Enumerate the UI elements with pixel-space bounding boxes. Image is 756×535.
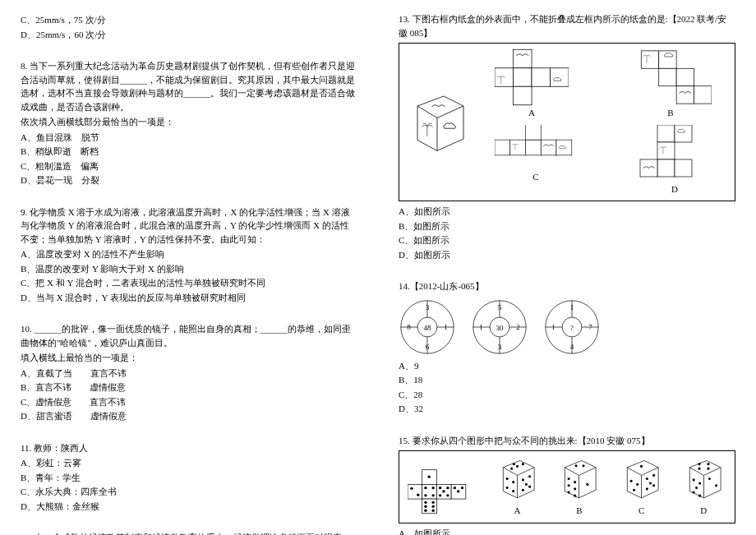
q14-opt-b: B、18 [399, 373, 735, 387]
q7-remainder: C、25mm/s，75 次/分 D、25mm/s，60 次/分 [21, 13, 357, 41]
svg-point-67 [425, 486, 427, 488]
svg-rect-60 [422, 484, 437, 499]
svg-rect-9 [659, 68, 676, 85]
svg-rect-59 [408, 484, 422, 499]
svg-point-109 [574, 495, 577, 497]
q11-opt-a: A、彩虹：云雾 [21, 456, 357, 470]
svg-point-68 [432, 486, 435, 488]
svg-text:5: 5 [498, 303, 502, 311]
q9: 9. 化学物质 X 溶于水成为溶液，此溶液温度升高时，X 的化学活性增强；当 X… [21, 205, 357, 305]
svg-point-69 [425, 494, 427, 496]
svg-point-66 [417, 493, 419, 496]
svg-rect-4 [532, 68, 551, 87]
svg-point-118 [652, 474, 655, 477]
q15-stem: 15. 要求你从四个图形中把与众不同的挑出来:【2010 安徽 075】 [399, 434, 735, 448]
svg-text:48: 48 [423, 323, 431, 331]
svg-text:1: 1 [551, 322, 555, 330]
q11-opt-c: C、永乐大典：四库全书 [21, 485, 357, 499]
q10-stem: 10. ______的批评，像一面优质的镜子，能照出自身的真相；______的恭… [21, 322, 357, 349]
page: C、25mm/s，75 次/分 D、25mm/s，60 次/分 8. 当下一系列… [21, 12, 735, 535]
q15-label-c: C [638, 504, 644, 518]
svg-rect-21 [657, 142, 675, 159]
svg-point-116 [633, 489, 635, 491]
svg-point-117 [646, 477, 648, 480]
svg-rect-14 [510, 140, 526, 155]
svg-point-128 [692, 478, 694, 481]
svg-point-125 [707, 463, 709, 465]
svg-point-129 [698, 482, 701, 484]
q11-opt-b: B、青年：学生 [21, 471, 357, 485]
q11-opt-d: D、大熊猫：金丝猴 [21, 500, 357, 514]
q8-opt-c: C、粗制滥造 偏离 [21, 159, 357, 173]
q13-label-d: D [638, 182, 712, 196]
q15-figure-box: A B [399, 450, 735, 523]
q15-label-a: A [514, 504, 520, 518]
svg-rect-19 [657, 125, 675, 142]
svg-point-64 [428, 475, 431, 477]
svg-text:4: 4 [570, 342, 574, 350]
q10-opt-a: A、直截了当 直言不讳 [21, 367, 357, 380]
cube-d-icon [681, 456, 726, 501]
svg-point-87 [516, 465, 519, 468]
q10-opt-c: C、虚情假意 直言不讳 [21, 395, 357, 409]
circle2-icon: 5 2 3 1 30 [471, 298, 528, 356]
q8-prompt: 依次填入画横线部分最恰当的一项是： [21, 115, 357, 129]
svg-point-93 [506, 487, 509, 489]
svg-point-96 [528, 475, 531, 477]
svg-point-106 [568, 484, 570, 487]
svg-point-95 [522, 478, 524, 481]
svg-point-110 [587, 483, 589, 486]
svg-point-84 [432, 509, 435, 511]
svg-rect-22 [657, 159, 675, 177]
circle3-icon: 1 7 4 1 ? [543, 298, 601, 356]
q8: 8. 当下一系列重大纪念活动为革命历史题材剧提供了创作契机，但有些创作者只是迎合… [21, 59, 357, 187]
svg-point-79 [425, 500, 427, 503]
svg-point-88 [510, 468, 513, 470]
svg-point-73 [443, 490, 445, 492]
unfold-a-icon [495, 48, 569, 106]
svg-text:1: 1 [444, 322, 448, 330]
svg-text:3: 3 [426, 303, 430, 311]
svg-rect-18 [526, 125, 542, 140]
svg-point-80 [432, 500, 435, 503]
svg-point-126 [698, 468, 700, 470]
svg-point-83 [425, 509, 427, 511]
svg-point-91 [506, 477, 509, 480]
q8-opt-b: B、稍纵即逝 断档 [21, 145, 357, 159]
q12-stem: 12. 在一个成熟的经济政策制定和经济学教育体系中，经济学理论必须更面对现实，经… [21, 531, 357, 535]
q9-opt-c: C、把 X 和 Y 混合时，二者表现出的活性与单独被研究时不同 [21, 276, 357, 290]
q10-opt-b: B、直言不讳 虚情假意 [21, 380, 357, 394]
svg-point-92 [512, 481, 514, 483]
svg-rect-20 [675, 125, 692, 142]
svg-text:2: 2 [516, 322, 520, 330]
q10-opt-d: D、甜言蜜语 虚情假意 [21, 409, 357, 423]
svg-point-121 [652, 484, 655, 487]
svg-rect-24 [675, 159, 692, 177]
unfold-d-icon [638, 125, 712, 182]
svg-point-108 [568, 491, 570, 493]
svg-point-71 [439, 486, 441, 488]
q9-opt-a: A、温度改变对 X 的活性不产生影响 [21, 247, 357, 261]
svg-rect-12 [694, 86, 712, 104]
q13-opt-c: C、如图所示 [399, 233, 735, 247]
left-column: C、25mm/s，75 次/分 D、25mm/s，60 次/分 8. 当下一系列… [21, 12, 357, 535]
svg-point-105 [574, 481, 577, 483]
q15: 15. 要求你从四个图形中把与众不同的挑出来:【2010 安徽 075】 [399, 434, 735, 536]
dice-unfold-icon [408, 468, 477, 518]
svg-point-90 [513, 463, 515, 465]
svg-point-89 [522, 463, 524, 465]
cube-icon [404, 85, 470, 159]
q13-label-a: A [495, 106, 569, 120]
q13-label-b: B [629, 106, 712, 120]
svg-point-131 [692, 491, 694, 493]
q10: 10. ______的批评，像一面优质的镜子，能照出自身的真相；______的恭… [21, 322, 357, 423]
svg-text:7: 7 [588, 322, 592, 330]
q13-opt-a: A、如图所示 [399, 205, 735, 219]
svg-point-65 [411, 487, 413, 489]
svg-text:3: 3 [498, 342, 502, 350]
svg-point-104 [568, 477, 570, 480]
svg-point-70 [432, 494, 435, 496]
q13-opt-d: D、如图所示 [399, 248, 735, 262]
svg-text:30: 30 [496, 323, 504, 331]
svg-point-119 [649, 482, 652, 484]
